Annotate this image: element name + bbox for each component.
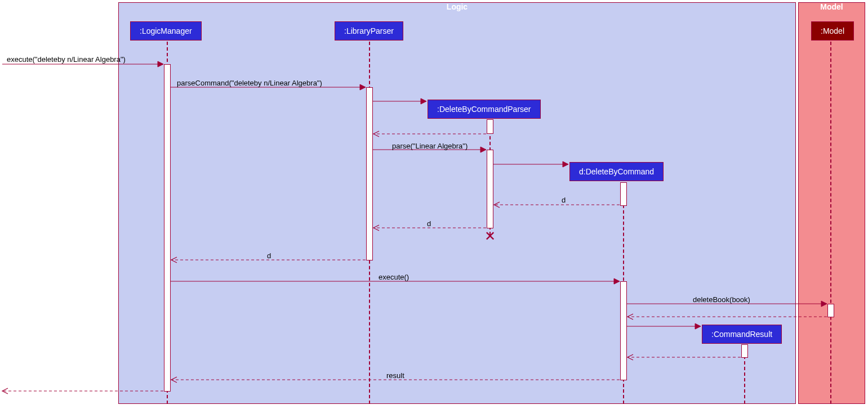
activation-deletebyparser-parse — [487, 150, 493, 228]
activation-deletebycommand-create — [620, 182, 627, 206]
msg-parse-command: parseCommand("deleteby n/Linear Algebra"… — [177, 79, 322, 87]
msg-result: result — [386, 371, 404, 380]
participant-model: :Model — [811, 21, 854, 41]
msg-return-d3: d — [267, 251, 271, 260]
msg-exec-entry: execute("deleteby n/Linear Algebra") — [7, 55, 126, 64]
destroy-icon: ✕ — [483, 230, 497, 243]
participant-command-result: :CommandResult — [702, 325, 782, 344]
frame-logic — [118, 2, 796, 404]
participant-deleteby-command-parser: :DeleteByCommandParser — [428, 100, 541, 119]
activation-library-parser — [366, 87, 373, 260]
activation-deletebycommand-exec — [620, 281, 627, 380]
frame-model-label: Model — [798, 2, 865, 11]
activation-model — [827, 304, 834, 317]
activation-logic-manager — [164, 64, 171, 392]
activation-deletebyparser-create — [487, 119, 493, 134]
frame-model — [798, 2, 865, 404]
msg-return-d1: d — [562, 196, 566, 204]
lifeline-model — [830, 42, 831, 404]
msg-parse: parse("Linear Algebra") — [392, 142, 468, 150]
participant-library-parser: :LibraryParser — [335, 21, 403, 41]
participant-logic-manager: :LogicManager — [130, 21, 202, 41]
msg-delete-book: deleteBook(book) — [693, 295, 750, 304]
frame-logic-label: Logic — [118, 2, 796, 11]
participant-deleteby-command: d:DeleteByCommand — [569, 162, 664, 181]
msg-return-d2: d — [427, 219, 431, 228]
msg-execute: execute() — [379, 273, 409, 281]
activation-command-result — [741, 344, 748, 358]
